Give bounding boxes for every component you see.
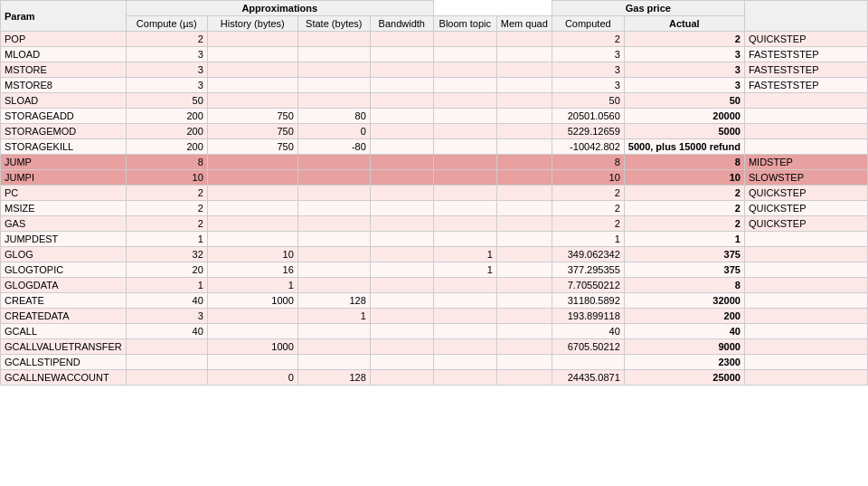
data-cell: 128 bbox=[297, 293, 370, 309]
data-cell: 128 bbox=[297, 370, 370, 386]
data-cell bbox=[433, 201, 496, 216]
data-cell bbox=[297, 355, 370, 370]
data-cell: 40 bbox=[126, 293, 207, 309]
data-cell: 10 bbox=[552, 170, 624, 186]
data-cell: 2 bbox=[126, 216, 207, 232]
data-cell bbox=[297, 93, 370, 109]
data-cell: 1 bbox=[624, 232, 744, 247]
data-cell: 750 bbox=[207, 109, 297, 124]
data-cell: 200 bbox=[126, 139, 207, 155]
data-cell: 750 bbox=[207, 139, 297, 155]
state-subheader: State (bytes) bbox=[297, 16, 370, 32]
param-cell: STORAGEMOD bbox=[1, 124, 127, 139]
data-cell bbox=[433, 370, 496, 386]
data-cell bbox=[496, 124, 552, 139]
table-row: POP222QUICKSTEP bbox=[1, 32, 868, 47]
data-cell bbox=[552, 355, 624, 370]
data-cell bbox=[370, 93, 433, 109]
table-row: GCALLSTIPEND2300 bbox=[1, 355, 868, 370]
data-cell: 2 bbox=[552, 216, 624, 232]
data-cell: 16 bbox=[207, 262, 297, 278]
data-cell bbox=[370, 324, 433, 339]
data-cell bbox=[496, 186, 552, 201]
data-cell: 377.295355 bbox=[552, 262, 624, 278]
data-cell bbox=[207, 155, 297, 170]
data-cell bbox=[496, 247, 552, 262]
data-cell bbox=[207, 93, 297, 109]
actual-label-cell bbox=[744, 124, 867, 139]
memquad-subheader: Mem quad bbox=[496, 16, 552, 32]
data-cell: 3 bbox=[126, 62, 207, 78]
data-cell bbox=[297, 201, 370, 216]
data-cell bbox=[496, 47, 552, 62]
data-cell: 9000 bbox=[624, 339, 744, 355]
data-cell bbox=[496, 339, 552, 355]
param-cell: GAS bbox=[1, 216, 127, 232]
data-cell: 2 bbox=[552, 32, 624, 47]
data-cell bbox=[370, 232, 433, 247]
data-cell bbox=[207, 232, 297, 247]
data-cell bbox=[370, 293, 433, 309]
actual-label-cell bbox=[744, 139, 867, 155]
data-cell bbox=[126, 339, 207, 355]
data-cell bbox=[207, 32, 297, 47]
table-body: POP222QUICKSTEPMLOAD333FASTESTSTEPMSTORE… bbox=[1, 32, 868, 386]
data-cell bbox=[433, 170, 496, 186]
data-cell: 2 bbox=[126, 32, 207, 47]
data-cell: 1 bbox=[207, 278, 297, 293]
data-cell bbox=[207, 62, 297, 78]
param-cell: GLOGTOPIC bbox=[1, 262, 127, 278]
data-cell: 1000 bbox=[207, 293, 297, 309]
table-row: MSTORE8333FASTESTSTEP bbox=[1, 78, 868, 93]
data-cell bbox=[433, 78, 496, 93]
data-cell bbox=[297, 232, 370, 247]
table-row: MSTORE333FASTESTSTEP bbox=[1, 62, 868, 78]
data-cell bbox=[496, 170, 552, 186]
data-cell bbox=[370, 109, 433, 124]
table-row: CREATE40100012831180.589232000 bbox=[1, 293, 868, 309]
data-cell bbox=[496, 309, 552, 324]
data-cell bbox=[297, 32, 370, 47]
actual-label-cell: FASTESTSTEP bbox=[744, 47, 867, 62]
data-cell bbox=[496, 370, 552, 386]
data-cell: -80 bbox=[297, 139, 370, 155]
table-row: JUMPI101010SLOWSTEP bbox=[1, 170, 868, 186]
main-table-container: Param Approximations Gas price Compute (… bbox=[0, 0, 868, 386]
data-cell bbox=[433, 93, 496, 109]
actual-label-cell: QUICKSTEP bbox=[744, 216, 867, 232]
table-row: JUMP888MIDSTEP bbox=[1, 155, 868, 170]
data-cell: -10042.802 bbox=[552, 139, 624, 155]
param-cell: MSTORE8 bbox=[1, 78, 127, 93]
data-cell bbox=[433, 232, 496, 247]
data-cell bbox=[207, 355, 297, 370]
table-row: PC222QUICKSTEP bbox=[1, 186, 868, 201]
data-cell bbox=[297, 324, 370, 339]
data-cell: 1 bbox=[126, 232, 207, 247]
param-cell: GCALLNEWACCOUNT bbox=[1, 370, 127, 386]
table-row: GCALL404040 bbox=[1, 324, 868, 339]
data-cell bbox=[496, 278, 552, 293]
param-cell: POP bbox=[1, 32, 127, 47]
data-cell bbox=[370, 139, 433, 155]
actual-label-header bbox=[744, 1, 867, 32]
data-cell bbox=[370, 339, 433, 355]
data-cell: 5000 bbox=[624, 124, 744, 139]
actual-label-cell bbox=[744, 309, 867, 324]
param-cell: MLOAD bbox=[1, 47, 127, 62]
actual-label-cell: QUICKSTEP bbox=[744, 201, 867, 216]
param-cell: JUMP bbox=[1, 155, 127, 170]
param-cell: GCALLVALUETRANSFER bbox=[1, 339, 127, 355]
data-cell bbox=[433, 309, 496, 324]
data-cell bbox=[433, 139, 496, 155]
data-cell: 2 bbox=[126, 201, 207, 216]
data-cell bbox=[370, 170, 433, 186]
data-cell: 2 bbox=[624, 32, 744, 47]
data-cell: 1 bbox=[433, 262, 496, 278]
data-cell bbox=[496, 262, 552, 278]
data-cell bbox=[433, 278, 496, 293]
data-cell bbox=[370, 186, 433, 201]
data-cell: 750 bbox=[207, 124, 297, 139]
data-cell: 3 bbox=[552, 47, 624, 62]
data-cell bbox=[496, 139, 552, 155]
data-cell bbox=[433, 32, 496, 47]
